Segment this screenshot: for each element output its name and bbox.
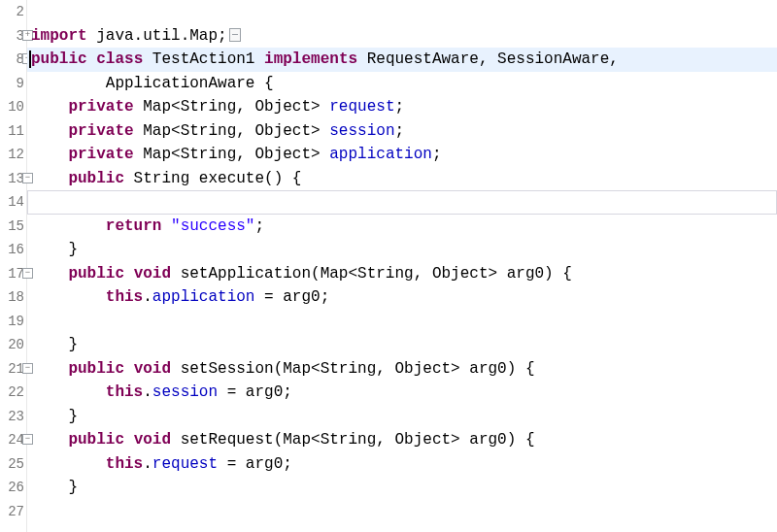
code-line[interactable]: private Map<String, Object> session; bbox=[27, 119, 777, 144]
code-token bbox=[31, 146, 68, 163]
code-line[interactable]: public void setSession(Map<String, Objec… bbox=[27, 357, 777, 382]
code-token bbox=[31, 265, 68, 283]
code-token: session bbox=[329, 122, 394, 140]
code-token: this bbox=[106, 383, 143, 401]
line-number[interactable]: 14 bbox=[0, 190, 24, 215]
line-number[interactable]: 11 bbox=[0, 119, 24, 144]
code-line[interactable]: public String execute() { bbox=[27, 167, 777, 191]
code-line[interactable]: import java.util.Map; bbox=[27, 24, 777, 49]
code-area[interactable]: import java.util.Map;public class TestAc… bbox=[27, 0, 777, 532]
code-token: Map<String, Object> bbox=[134, 122, 330, 140]
code-line[interactable]: } bbox=[27, 238, 777, 262]
code-token: setApplication(Map<String, Object> arg0)… bbox=[171, 265, 572, 283]
code-token: = arg0; bbox=[218, 383, 292, 401]
code-token: implements bbox=[264, 50, 357, 68]
line-number[interactable]: 21− bbox=[0, 357, 24, 382]
code-token: Map<String, Object> bbox=[134, 98, 330, 116]
code-line[interactable]: ApplicationAware { bbox=[27, 72, 777, 96]
line-number[interactable]: 2 bbox=[0, 0, 24, 24]
code-token: this bbox=[106, 455, 143, 473]
code-line[interactable]: } bbox=[27, 405, 777, 429]
line-number[interactable]: 26 bbox=[0, 476, 24, 500]
line-number-gutter[interactable]: 23+8−910111213−14151617−18192021−222324−… bbox=[0, 0, 27, 532]
code-token: private bbox=[68, 146, 133, 163]
code-token: public bbox=[68, 265, 124, 283]
code-token: . bbox=[143, 288, 152, 306]
line-number[interactable]: 13− bbox=[0, 167, 24, 191]
code-line[interactable] bbox=[27, 190, 777, 215]
text-caret bbox=[29, 50, 31, 68]
code-token: void bbox=[134, 265, 171, 283]
code-token: setSession(Map<String, Object> arg0) { bbox=[171, 360, 534, 378]
code-line[interactable]: this.session = arg0; bbox=[27, 381, 777, 405]
code-token: . bbox=[143, 455, 152, 473]
code-token: ; bbox=[432, 146, 442, 163]
code-token: request bbox=[329, 98, 394, 116]
code-line[interactable]: } bbox=[27, 476, 777, 500]
code-line[interactable]: private Map<String, Object> request; bbox=[27, 95, 777, 119]
code-token: request bbox=[152, 455, 218, 473]
code-token bbox=[31, 170, 68, 187]
code-token bbox=[124, 265, 134, 283]
code-token: this bbox=[106, 288, 143, 306]
code-token bbox=[31, 288, 106, 306]
code-token: import bbox=[31, 27, 87, 45]
line-number[interactable]: 19 bbox=[0, 310, 24, 334]
code-token: } bbox=[31, 408, 78, 425]
code-line[interactable] bbox=[27, 0, 777, 24]
code-line[interactable]: public void setRequest(Map<String, Objec… bbox=[27, 428, 777, 452]
code-token: } bbox=[31, 241, 78, 258]
code-token: = arg0; bbox=[254, 288, 329, 306]
code-line[interactable]: return "success"; bbox=[27, 215, 777, 239]
code-line[interactable]: public class TestAction1 implements Requ… bbox=[27, 48, 777, 72]
line-number[interactable]: 27 bbox=[0, 500, 24, 524]
code-token bbox=[87, 50, 97, 68]
line-number[interactable]: 24− bbox=[0, 428, 24, 452]
line-number[interactable]: 17− bbox=[0, 262, 24, 286]
code-token bbox=[31, 122, 68, 140]
code-editor[interactable]: 23+8−910111213−14151617−18192021−222324−… bbox=[0, 0, 777, 532]
code-token: return bbox=[106, 217, 162, 235]
code-token: application bbox=[329, 146, 432, 163]
code-token: public bbox=[68, 170, 124, 187]
line-number[interactable]: 9 bbox=[0, 72, 24, 96]
code-token: void bbox=[134, 431, 171, 449]
code-token: TestAction1 bbox=[143, 50, 264, 68]
code-token: session bbox=[152, 383, 218, 401]
code-token: java.util.Map; bbox=[87, 27, 227, 45]
code-token bbox=[31, 455, 106, 473]
code-token: public bbox=[31, 50, 87, 68]
code-token: ApplicationAware { bbox=[31, 75, 274, 92]
line-number[interactable]: 22 bbox=[0, 381, 24, 405]
code-token: public bbox=[68, 431, 124, 449]
code-token: Map<String, Object> bbox=[134, 146, 330, 163]
collapsed-imports-icon[interactable] bbox=[229, 28, 241, 42]
line-number[interactable]: 16 bbox=[0, 238, 24, 262]
line-number[interactable]: 15 bbox=[0, 215, 24, 239]
line-number[interactable]: 23 bbox=[0, 405, 24, 429]
code-line[interactable] bbox=[27, 500, 777, 524]
code-line[interactable]: private Map<String, Object> application; bbox=[27, 143, 777, 167]
code-token: ; bbox=[254, 217, 264, 235]
code-token: setRequest(Map<String, Object> arg0) { bbox=[171, 431, 534, 449]
code-line[interactable]: public void setApplication(Map<String, O… bbox=[27, 262, 777, 286]
code-token: void bbox=[134, 360, 171, 378]
code-token bbox=[31, 431, 68, 449]
code-token: application bbox=[152, 288, 255, 306]
line-number[interactable]: 3+ bbox=[0, 24, 24, 49]
code-token: String execute() { bbox=[124, 170, 301, 187]
code-token bbox=[31, 217, 106, 235]
code-line[interactable] bbox=[27, 310, 777, 334]
code-line[interactable]: this.application = arg0; bbox=[27, 285, 777, 310]
line-number[interactable]: 10 bbox=[0, 95, 24, 119]
code-token: } bbox=[31, 336, 78, 353]
line-number[interactable]: 18 bbox=[0, 285, 24, 310]
line-number[interactable]: 8− bbox=[0, 48, 24, 72]
code-line[interactable]: } bbox=[27, 333, 777, 357]
code-token: ; bbox=[394, 122, 404, 140]
line-number[interactable]: 12 bbox=[0, 143, 24, 167]
line-number[interactable]: 20 bbox=[0, 333, 24, 357]
line-number[interactable]: 25 bbox=[0, 452, 24, 477]
code-token: . bbox=[143, 383, 152, 401]
code-line[interactable]: this.request = arg0; bbox=[27, 452, 777, 477]
